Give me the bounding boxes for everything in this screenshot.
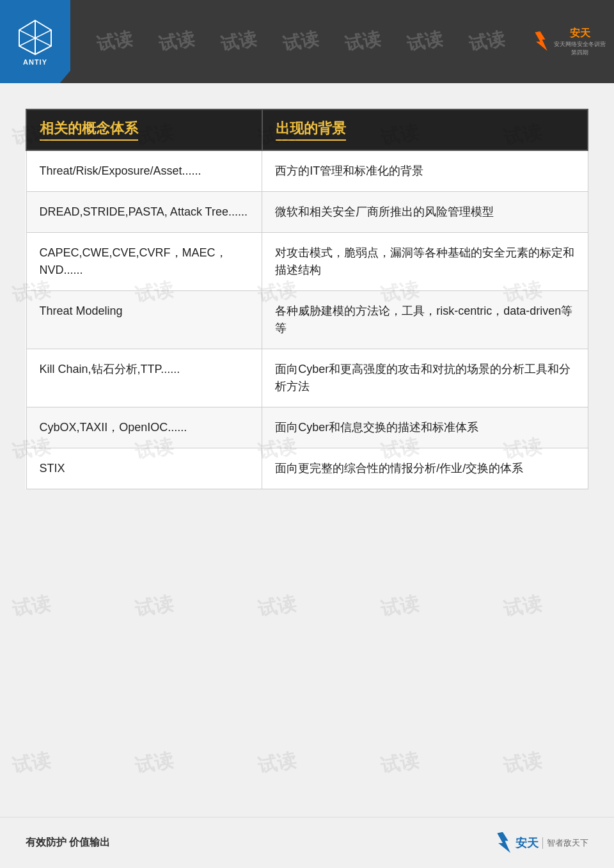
header-wm-1: 试读 <box>95 26 134 56</box>
footer-brand: 安天 智者敌天下 <box>492 831 588 855</box>
table-cell-right: 微软和相关安全厂商所推出的风险管理模型 <box>262 192 588 233</box>
header-wm-5: 试读 <box>343 26 382 56</box>
header-wm-2: 试读 <box>157 26 196 56</box>
footer: 有效防护 价值输出 安天 智者敌天下 <box>0 817 614 868</box>
footer-brand-name: 安天 <box>516 835 539 851</box>
header: ANTIY 试读 试读 试读 试读 试读 试读 试读 安天 安天网络安全冬训营第… <box>0 0 614 83</box>
footer-left-text: 有效防护 价值输出 <box>26 836 110 849</box>
concept-table: 相关的概念体系 出现的背景 Threat/Risk/Exposure/Asset… <box>26 109 588 489</box>
table-cell-right: 对攻击模式，脆弱点，漏洞等各种基础的安全元素的标定和描述结构 <box>262 233 588 291</box>
table-cell-left: DREAD,STRIDE,PASTA, Attack Tree...... <box>26 192 262 233</box>
brand-right-subtext: 安天网络安全冬训营第四期 <box>552 40 608 57</box>
table-cell-left: CAPEC,CWE,CVE,CVRF，MAEC，NVD...... <box>26 233 262 291</box>
table-row: Kill Chain,钻石分析,TTP......面向Cyber和更高强度的攻击… <box>26 349 588 407</box>
footer-right: 安天 智者敌天下 <box>492 831 588 855</box>
logo-text: ANTIY <box>23 58 47 66</box>
logo-box: ANTIY <box>0 0 70 83</box>
svg-marker-4 <box>535 31 547 51</box>
header-watermarks: 试读 试读 试读 试读 试读 试读 试读 <box>70 0 531 83</box>
table-cell-right: 面向Cyber和更高强度的攻击和对抗的场景的分析工具和分析方法 <box>262 349 588 407</box>
header-logo-right: 安天 安天网络安全冬训营第四期 <box>531 0 614 83</box>
antiy-logo-icon <box>16 17 54 56</box>
col1-header: 相关的概念体系 <box>26 109 262 150</box>
table-cell-left: Kill Chain,钻石分析,TTP...... <box>26 349 262 407</box>
table-row: DREAD,STRIDE,PASTA, Attack Tree......微软和… <box>26 192 588 233</box>
header-wm-4: 试读 <box>281 26 320 56</box>
brand-right-icon <box>531 28 549 56</box>
svg-marker-5 <box>497 832 510 853</box>
table-row: Threat/Risk/Exposure/Asset......西方的IT管理和… <box>26 150 588 192</box>
brand-right: 安天 安天网络安全冬训营第四期 <box>531 27 608 57</box>
footer-brand-icon <box>492 831 513 855</box>
table-cell-right: 面向Cyber和信息交换的描述和标准体系 <box>262 407 588 448</box>
table-cell-right: 西方的IT管理和标准化的背景 <box>262 150 588 192</box>
table-cell-right: 各种威胁建模的方法论，工具，risk-centric，data-driven等等 <box>262 291 588 349</box>
footer-brand-sub: 智者敌天下 <box>542 837 588 849</box>
table-row: CAPEC,CWE,CVE,CVRF，MAEC，NVD......对攻击模式，脆… <box>26 233 588 291</box>
header-wm-7: 试读 <box>468 26 507 56</box>
table-cell-left: Threat/Risk/Exposure/Asset...... <box>26 150 262 192</box>
table-row: STIX面向更完整的综合性的情报分析/作业/交换的体系 <box>26 448 588 489</box>
table-cell-left: STIX <box>26 448 262 489</box>
table-cell-left: CybOX,TAXII，OpenIOC...... <box>26 407 262 448</box>
col2-header: 出现的背景 <box>262 109 588 150</box>
table-cell-left: Threat Modeling <box>26 291 262 349</box>
main-content: 相关的概念体系 出现的背景 Threat/Risk/Exposure/Asset… <box>0 83 614 868</box>
header-wm-3: 试读 <box>219 26 258 56</box>
table-row: Threat Modeling各种威胁建模的方法论，工具，risk-centri… <box>26 291 588 349</box>
table-cell-right: 面向更完整的综合性的情报分析/作业/交换的体系 <box>262 448 588 489</box>
table-row: CybOX,TAXII，OpenIOC......面向Cyber和信息交换的描述… <box>26 407 588 448</box>
header-wm-6: 试读 <box>405 26 445 56</box>
